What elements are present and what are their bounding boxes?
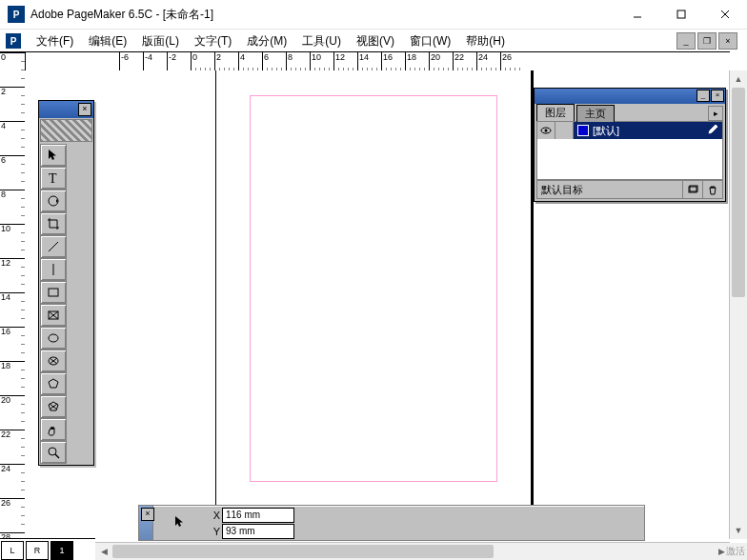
layers-titlebar[interactable]: _ ×	[535, 89, 725, 104]
title-bar: P Adobe PageMaker 6.5C - [未命名-1]	[0, 0, 747, 30]
hruler-tick: 12	[333, 52, 346, 71]
hruler-tick: 2	[214, 52, 222, 71]
horizontal-scrollbar[interactable]: ◀ ▶	[95, 542, 730, 560]
polygon-frame-tool[interactable]	[40, 395, 67, 418]
layers-empty-area[interactable]	[537, 139, 722, 179]
minimize-button[interactable]	[616, 0, 659, 29]
right-master-tab[interactable]: R	[26, 541, 49, 560]
hscroll-thumb[interactable]	[112, 545, 494, 558]
app-icon: P	[8, 6, 25, 23]
menu-tools[interactable]: 工具(U)	[294, 31, 349, 51]
layers-close-button[interactable]: ×	[711, 90, 724, 102]
layers-menu-button[interactable]: ▸	[708, 106, 723, 121]
menu-view[interactable]: 视图(V)	[349, 31, 402, 51]
menu-element[interactable]: 成分(M)	[239, 31, 294, 51]
vertical-ruler[interactable]: 0246810121416182022242628	[0, 51, 26, 539]
hruler-tick: 26	[500, 52, 513, 71]
svg-marker-18	[49, 379, 58, 388]
delete-layer-button[interactable]	[702, 181, 722, 198]
y-label: Y	[207, 526, 220, 537]
mdi-minimize-button[interactable]: _	[676, 32, 696, 50]
ellipse-frame-tool[interactable]	[40, 350, 67, 372]
control-bar-close-button[interactable]: ×	[141, 508, 154, 521]
hruler-tick: 18	[405, 52, 417, 71]
visibility-icon[interactable]	[537, 122, 555, 139]
scroll-left-icon[interactable]: ◀	[95, 543, 112, 560]
rotate-tool[interactable]	[40, 190, 67, 212]
toolbox-titlebar[interactable]: ×	[39, 101, 93, 118]
y-value-field[interactable]: 93 mm	[222, 524, 294, 539]
tab-layers[interactable]: 图层	[536, 104, 575, 121]
layer-name: [默认]	[593, 124, 619, 138]
menu-window[interactable]: 窗口(W)	[402, 31, 458, 51]
hruler-tick: 10	[310, 52, 322, 71]
svg-point-14	[49, 334, 58, 342]
layers-minimize-button[interactable]: _	[697, 90, 710, 102]
tab-master[interactable]: 主页	[576, 105, 615, 122]
constrained-line-tool[interactable]	[40, 258, 67, 281]
brand-hint: 激活	[726, 545, 745, 558]
menu-help[interactable]: 帮助(H)	[458, 31, 513, 51]
layers-footer: 默认目标	[536, 180, 723, 199]
menu-file[interactable]: 文件(F)	[29, 31, 81, 51]
svg-point-22	[49, 448, 56, 455]
pointer-tool[interactable]	[40, 144, 67, 167]
menu-text[interactable]: 文字(T)	[187, 31, 239, 51]
coordinates: X 116 mm Y 93 mm	[207, 508, 294, 539]
text-tool[interactable]: T	[40, 167, 67, 190]
close-button[interactable]	[703, 0, 747, 29]
zoom-tool[interactable]	[40, 441, 67, 464]
lock-icon[interactable]	[555, 122, 574, 139]
layer-row-default[interactable]: [默认]	[537, 122, 722, 139]
tool-grid: T	[39, 143, 93, 465]
hruler-tick: 20	[429, 52, 441, 71]
hruler-tick: 0	[191, 52, 198, 71]
hand-tool[interactable]	[40, 418, 67, 441]
layers-tabs: 图层 主页 ▸	[535, 104, 725, 121]
document-icon[interactable]: P	[6, 33, 21, 49]
hruler-tick: 22	[453, 52, 465, 71]
hruler-tick: 24	[476, 52, 489, 71]
x-label: X	[207, 510, 220, 521]
new-layer-button[interactable]	[682, 181, 702, 198]
line-tool[interactable]	[40, 235, 67, 258]
window-buttons	[616, 0, 747, 29]
scroll-up-icon[interactable]: ▲	[730, 70, 747, 88]
vscroll-thumb[interactable]	[732, 88, 745, 297]
menu-layout[interactable]: 版面(L)	[134, 31, 187, 51]
rectangle-tool[interactable]	[40, 281, 67, 304]
mdi-close-button[interactable]: ×	[718, 32, 737, 50]
maximize-button[interactable]	[659, 0, 703, 29]
crop-tool[interactable]	[40, 212, 67, 235]
page-1-tab[interactable]: 1	[50, 541, 73, 560]
hruler-tick: 6	[262, 52, 270, 71]
x-value-field[interactable]: 116 mm	[222, 508, 294, 523]
page-navigator: L R 1	[0, 538, 95, 560]
toolbox-panel[interactable]: × T	[38, 100, 94, 466]
hruler-tick: 8	[286, 52, 293, 71]
margin-guide	[250, 95, 497, 482]
mdi-restore-button[interactable]: ❐	[697, 32, 717, 50]
hruler-tick: 14	[357, 52, 370, 71]
svg-rect-10	[49, 289, 58, 296]
svg-rect-1	[677, 10, 685, 18]
window-title: Adobe PageMaker 6.5C - [未命名-1]	[30, 7, 616, 23]
svg-text:T: T	[49, 171, 57, 186]
vertical-scrollbar[interactable]: ▲ ▼	[729, 70, 747, 539]
control-bar[interactable]: × X 116 mm Y 93 mm	[138, 505, 645, 541]
svg-line-23	[55, 454, 59, 458]
hruler-tick: 4	[238, 52, 246, 71]
left-master-tab[interactable]: L	[1, 541, 24, 560]
polygon-tool[interactable]	[40, 372, 67, 395]
horizontal-ruler[interactable]: 02468101214161820222426-6-4-2	[25, 51, 730, 72]
rectangle-frame-tool[interactable]	[40, 304, 67, 327]
pointer-icon	[172, 514, 188, 532]
layers-panel[interactable]: _ × 图层 主页 ▸ [默认] 默认目标	[534, 88, 726, 202]
scroll-down-icon[interactable]: ▼	[730, 522, 747, 539]
layer-target-label: 默认目标	[537, 183, 682, 197]
pencil-icon	[707, 124, 718, 137]
menu-bar: P 文件(F) 编辑(E) 版面(L) 文字(T) 成分(M) 工具(U) 视图…	[0, 30, 747, 53]
ellipse-tool[interactable]	[40, 327, 67, 350]
menu-edit[interactable]: 编辑(E)	[81, 31, 134, 51]
toolbox-close-button[interactable]: ×	[78, 103, 91, 116]
